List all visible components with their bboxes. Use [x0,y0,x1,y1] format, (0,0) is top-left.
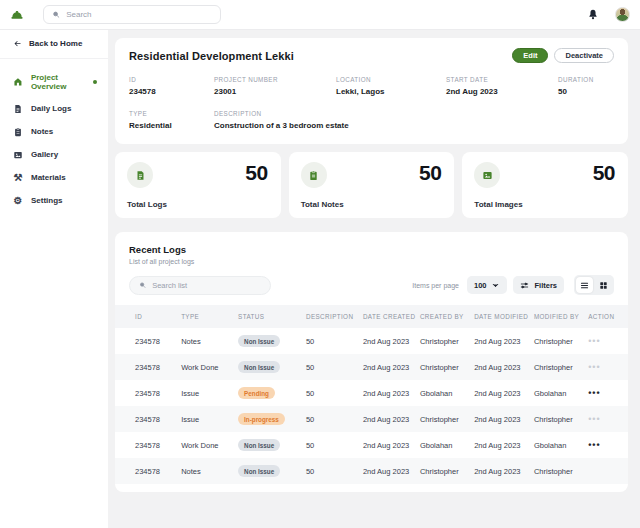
stat-card: 50 Total Logs [115,152,281,218]
global-search[interactable] [43,5,221,24]
sidebar-item-label: Materials [31,173,66,182]
field-start-date: START DATE 2nd Aug 2023 [446,76,558,96]
cell-created-by: Christopher [420,337,474,346]
recent-logs-card: Recent Logs List of all project logs Ite… [115,232,628,492]
cell-date-created: 2nd Aug 2023 [363,337,420,346]
list-view-icon [580,281,589,290]
cell-date-created: 2nd Aug 2023 [363,441,420,450]
view-toggle [574,275,614,295]
page-title: Residential Development Lekki [129,50,294,62]
cell-description: 50 [306,441,363,450]
stats-row: 50 Total Logs 50 Total Notes 50 Total Im… [115,152,628,218]
recent-logs-subtitle: List of all project logs [129,258,614,265]
sidebar-item[interactable]: Project Overview [0,66,108,97]
cell-type: Work Done [181,441,238,450]
cell-date-modified: 2nd Aug 2023 [474,415,534,424]
deactivate-button[interactable]: Deactivate [554,48,614,63]
cell-description: 50 [306,337,363,346]
edit-button[interactable]: Edit [512,48,548,63]
cell-description: 50 [306,389,363,398]
status-badge: Pending [238,387,275,399]
cell-type: Notes [181,467,238,476]
field-id: ID 234578 [129,76,214,96]
items-per-page-label: Items per page [412,282,459,289]
cell-created-by: Gbolahan [420,441,474,450]
page-size-select[interactable]: 100 [467,276,508,294]
column-header: DATE MODIFIED [474,313,534,320]
top-bar [0,0,640,30]
row-actions-button[interactable]: ••• [588,415,618,424]
status-badge: In-progress [238,413,285,425]
row-actions-button[interactable]: ••• [588,337,618,346]
stat-card: 50 Total Notes [289,152,455,218]
filters-button[interactable]: Filters [513,276,564,294]
grid-view-button[interactable] [595,277,612,293]
sidebar-item-label: Daily Logs [31,104,71,113]
column-header: TYPE [181,313,238,320]
cell-id: 234578 [135,415,181,424]
back-to-home-link[interactable]: Back to Home [0,30,108,59]
table-row: 234578 Issue In-progress 50 2nd Aug 2023… [115,406,628,432]
sidebar-item[interactable]: ⚒ Materials [0,166,108,189]
status-badge: Non Issue [238,335,280,347]
filters-label: Filters [534,281,557,290]
user-avatar[interactable] [615,7,630,22]
table-body: 234578 Notes Non Issue 50 2nd Aug 2023 C… [115,328,628,484]
clipboard-icon [13,127,23,137]
cell-date-modified: 2nd Aug 2023 [474,337,534,346]
cell-id: 234578 [135,441,181,450]
row-actions-button[interactable]: ••• [588,363,618,372]
project-summary-card: Residential Development Lekki Edit Deact… [115,38,628,144]
cell-date-modified: 2nd Aug 2023 [474,467,534,476]
field-type: TYPE Residential [129,110,214,130]
gear-icon: ⚙ [13,196,23,206]
search-icon [139,281,146,289]
cell-id: 234578 [135,337,181,346]
list-view-button[interactable] [576,277,593,293]
cell-date-modified: 2nd Aug 2023 [474,441,534,450]
column-header: DATE CREATED [363,313,420,320]
sidebar-item[interactable]: ⚙ Settings [0,189,108,212]
sidebar-item-label: Project Overview [31,73,95,91]
row-actions-button[interactable]: ••• [588,441,618,450]
main-content: Residential Development Lekki Edit Deact… [108,30,640,528]
logs-table: IDTYPESTATUSDESCRIPTIONDATE CREATEDCREAT… [115,305,628,484]
search-input[interactable] [66,10,212,19]
column-header: STATUS [238,313,306,320]
table-row: 234578 Notes Non Issue 50 2nd Aug 2023 C… [115,328,628,354]
field-location: LOCATION Lekki, Lagos [336,76,446,96]
cell-created-by: Christopher [420,363,474,372]
column-header: CREATED BY [420,313,474,320]
cell-date-created: 2nd Aug 2023 [363,363,420,372]
cell-id: 234578 [135,363,181,372]
list-search-input[interactable] [152,281,261,290]
stat-label: Total Logs [127,200,167,209]
stat-value: 50 [419,161,441,185]
table-row: 234578 Work Done Non Issue 50 2nd Aug 20… [115,354,628,380]
cell-description: 50 [306,467,363,476]
sidebar-item[interactable]: Gallery [0,143,108,166]
list-search[interactable] [129,276,271,295]
table-row: 234578 Work Done Non Issue 50 2nd Aug 20… [115,432,628,458]
stat-value: 50 [245,161,267,185]
cell-date-created: 2nd Aug 2023 [363,467,420,476]
cell-modified-by: Christopher [534,415,588,424]
notification-bell-icon[interactable] [587,8,599,21]
cell-modified-by: Gbolahan [534,441,588,450]
log-icon [135,170,146,181]
project-details: ID 234578 PROJECT NUMBER 23001 LOCATION … [129,76,614,130]
sidebar-item-label: Notes [31,127,53,136]
sidebar-nav: Project Overview Daily Logs Notes Galler… [0,59,108,219]
cell-type: Issue [181,415,238,424]
recent-logs-title: Recent Logs [129,244,614,255]
sidebar: Back to Home Project Overview Daily Logs… [0,30,108,528]
stat-card: 50 Total Images [462,152,628,218]
cell-modified-by: Gbolahan [534,389,588,398]
sidebar-item[interactable]: Notes [0,120,108,143]
cell-modified-by: Christopher [534,467,588,476]
sidebar-item[interactable]: Daily Logs [0,97,108,120]
cell-modified-by: Christopher [534,363,588,372]
table-header-row: IDTYPESTATUSDESCRIPTIONDATE CREATEDCREAT… [115,305,628,328]
row-actions-button[interactable]: ••• [588,389,618,398]
cell-description: 50 [306,415,363,424]
